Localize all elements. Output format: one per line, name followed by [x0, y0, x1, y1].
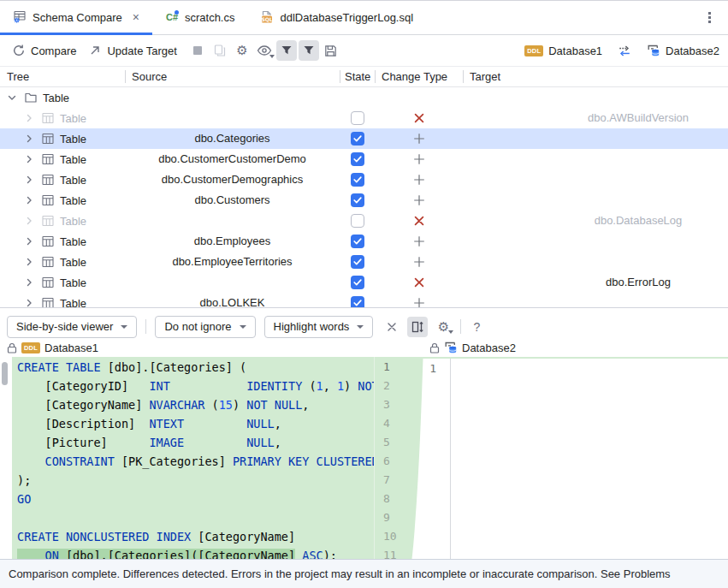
source-db[interactable]: DDL Database1: [524, 45, 602, 57]
chevron-right-icon[interactable]: [22, 111, 36, 125]
tree-root-row[interactable]: Table: [0, 87, 728, 108]
state-checkbox[interactable]: [351, 152, 364, 166]
source-name: dbo.CustomerCustomerDemo: [125, 149, 340, 169]
left-code[interactable]: CREATE TABLE [dbo].[Categories] ( [Categ…: [12, 357, 374, 559]
tab-ddl-sql[interactable]: SQL ddlDatabaseTriggerLog.sql: [247, 0, 426, 34]
swap-arrows-icon: [618, 44, 631, 57]
code-line: CREATE TABLE [dbo].[Categories] (: [17, 358, 374, 377]
table-row[interactable]: Tabledbo.CustomerDemographics: [0, 169, 728, 190]
compare-button[interactable]: Compare: [12, 44, 76, 57]
database-icon: [647, 44, 660, 57]
close-diff-button[interactable]: [382, 317, 402, 337]
table-row[interactable]: Tabledbo.AWBuildVersion: [0, 108, 728, 128]
chevron-right-icon[interactable]: [22, 255, 36, 269]
editor-tab-bar: Schema Compare × C# scratch.cs SQL ddlDa…: [0, 0, 728, 35]
state-checkbox[interactable]: [351, 296, 364, 307]
fit-height-button[interactable]: [407, 317, 428, 337]
status-message: Comparison complete. Differences detecte…: [9, 567, 671, 580]
tab-scratch-cs[interactable]: C# scratch.cs: [152, 0, 248, 34]
window-top-border: [0, 0, 728, 1]
target-name: dbo.AWBuildVersion: [463, 108, 728, 128]
column-header-target[interactable]: Target: [463, 67, 728, 86]
chevron-right-icon[interactable]: [22, 152, 36, 166]
filter-target-button[interactable]: [299, 40, 319, 61]
chevron-right-icon[interactable]: [22, 132, 36, 146]
target-db[interactable]: Database2: [647, 44, 719, 57]
tree-node-label: Table: [43, 92, 69, 104]
line-number: 11: [375, 546, 409, 559]
table-row[interactable]: Tabledbo.ErrorLog: [0, 272, 728, 293]
left-scroll-strip[interactable]: [0, 357, 12, 559]
column-header-source[interactable]: Source: [125, 67, 340, 86]
chevron-down-icon[interactable]: [5, 91, 19, 104]
schema-compare-icon: [13, 10, 27, 24]
scroll-marker[interactable]: [2, 362, 8, 385]
view-options-button[interactable]: [254, 40, 275, 61]
add-change-icon: [412, 235, 426, 248]
state-checkbox[interactable]: [351, 255, 364, 269]
tab-close-icon[interactable]: ×: [133, 10, 139, 24]
close-icon: [388, 324, 395, 330]
chevron-right-icon[interactable]: [22, 276, 36, 289]
highlight-mode-dropdown[interactable]: Highlight words: [264, 316, 374, 338]
source-name: dbo.LOLKEK: [125, 293, 340, 307]
table-row[interactable]: Tabledbo.Employees: [0, 231, 728, 252]
gear-icon: ⚙: [438, 319, 449, 335]
line-number: 7: [375, 471, 409, 490]
diff-settings-button[interactable]: ⚙: [433, 317, 453, 337]
column-header-state[interactable]: State: [340, 67, 375, 86]
gear-icon: ⚙: [235, 44, 249, 57]
state-checkbox[interactable]: [351, 132, 364, 146]
code-line: [Picture] IMAGE NULL,: [17, 433, 374, 452]
line-number: 9: [375, 508, 409, 527]
table-row[interactable]: Tabledbo.EmployeeTerritories: [0, 252, 728, 272]
viewer-mode-dropdown[interactable]: Side-by-side viewer: [7, 316, 137, 338]
state-checkbox[interactable]: [351, 193, 364, 207]
state-checkbox[interactable]: [351, 276, 364, 289]
chevron-down-icon: [240, 325, 246, 329]
help-button[interactable]: ?: [466, 317, 487, 337]
change-type-cell: [375, 108, 463, 128]
right-gutter: 1: [423, 359, 436, 378]
table-row[interactable]: Tabledbo.CustomerCustomerDemo: [0, 149, 728, 169]
fit-height-icon: [411, 320, 424, 334]
diff-connector: [409, 359, 426, 559]
diff-toolbar: Side-by-side viewer Do not ignore Highli…: [0, 307, 728, 339]
right-pane-title: Database2: [462, 342, 516, 354]
table-row[interactable]: Tabledbo.LOLKEK: [0, 293, 728, 307]
tab-schema-compare[interactable]: Schema Compare ×: [0, 0, 152, 34]
state-checkbox[interactable]: [351, 173, 364, 187]
chevron-right-icon[interactable]: [22, 214, 36, 228]
state-checkbox[interactable]: [351, 214, 364, 228]
table-row[interactable]: Tabledbo.Categories: [0, 128, 728, 149]
arrow-up-right-icon: [88, 44, 102, 57]
ignore-mode-dropdown[interactable]: Do not ignore: [155, 316, 255, 338]
eye-icon: [257, 45, 272, 56]
settings-button[interactable]: ⚙: [232, 40, 252, 61]
save-button[interactable]: [321, 40, 341, 61]
column-header-tree[interactable]: Tree: [0, 67, 125, 86]
state-checkbox[interactable]: [351, 235, 364, 248]
table-row[interactable]: Tabledbo.Customers: [0, 190, 728, 211]
swap-button[interactable]: [614, 40, 635, 61]
update-target-button[interactable]: Update Target: [88, 44, 176, 57]
toolbar-separator: [460, 319, 461, 334]
funnel-icon: [302, 44, 316, 57]
add-change-icon: [412, 193, 426, 207]
state-checkbox[interactable]: [351, 111, 364, 125]
highlight-mode-label: Highlight words: [274, 320, 350, 333]
code-line: CONSTRAINT [PK_Categories] PRIMARY KEY C…: [17, 452, 374, 471]
table-row[interactable]: Tabledbo.DatabaseLog: [0, 211, 728, 231]
tab-options-kebab-icon[interactable]: [699, 7, 719, 27]
chevron-right-icon[interactable]: [22, 173, 36, 187]
target-name: dbo.DatabaseLog: [463, 211, 728, 231]
chevron-right-icon[interactable]: [22, 296, 36, 307]
chevron-right-icon[interactable]: [22, 193, 36, 207]
chevron-right-icon[interactable]: [22, 235, 36, 248]
code-line: [CategoryName] NVARCHAR (15) NOT NULL,: [17, 395, 374, 414]
code-line: CREATE NONCLUSTERED INDEX [CategoryName]: [17, 527, 374, 546]
change-type-cell: [375, 231, 463, 252]
source-name: dbo.Employees: [125, 231, 340, 252]
filter-source-button[interactable]: [276, 40, 297, 61]
column-header-change-type[interactable]: Change Type: [375, 67, 463, 86]
